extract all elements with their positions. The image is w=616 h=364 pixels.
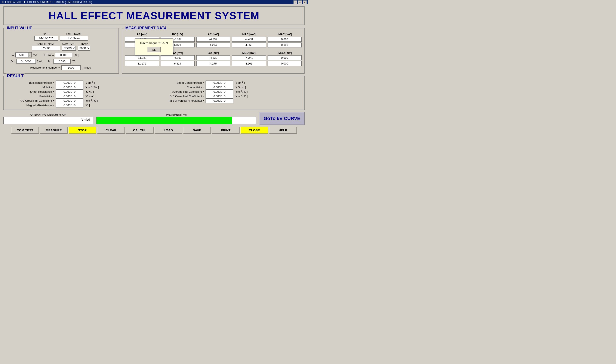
temp-select[interactable]: 300K 77K 4K — [78, 46, 90, 51]
dialog-message: Insert magnet S -> N — [139, 41, 168, 45]
meas-val-cd2: 11.179 — [125, 61, 159, 66]
progress-bar-outer — [96, 117, 256, 124]
meas-header-mac: MAC [mV] — [232, 33, 266, 36]
measurement-title: MEASUREMENT DATA — [124, 26, 167, 30]
sheet-res-unit: [ Ω / □ ] — [85, 90, 94, 93]
result-row-sheet-res: Sheet-Resistance = [ Ω / □ ] — [7, 90, 151, 94]
ac-hall-unit: [ cm 3 / C ] — [85, 99, 98, 102]
clear-button[interactable]: CLEAR — [97, 127, 125, 134]
username-field[interactable] — [60, 36, 88, 40]
result-row-mobility: Mobility = [ cm 2 / Vs ] — [7, 85, 151, 90]
goto-iv-curve-button[interactable]: GoTo I/V CURVE — [259, 112, 305, 125]
maximize-button[interactable]: □ — [298, 0, 302, 4]
meas-val-bd1: -4.330 — [196, 55, 230, 60]
meas-val-nmbd1: 0.000 — [268, 55, 301, 60]
result-right-col: Sheet Concentration = [ / cm 2 ] Conduct… — [157, 80, 301, 107]
close-button[interactable]: CLOSE — [240, 127, 268, 134]
meas-val-bd2: 4.275 — [196, 61, 230, 66]
d-unit: [um] — [37, 60, 42, 63]
delay-field[interactable] — [55, 53, 72, 57]
app-icon: 🖥 — [1, 1, 4, 4]
avg-hall-label: Average Hall Coefficient = — [157, 90, 204, 93]
resistivity-unit: [ Ω cm ] — [85, 95, 94, 98]
meas-header-nmbd: -MBD [mV] — [268, 51, 301, 54]
delay-unit: [ S ] — [74, 53, 79, 57]
magneto-value[interactable] — [56, 103, 83, 107]
current-spin[interactable]: ▲ ▼ — [15, 52, 32, 57]
current-down-btn[interactable]: ▼ — [28, 55, 31, 57]
help-button[interactable]: HELP — [269, 127, 297, 134]
date-label: DATE — [43, 33, 49, 36]
com-test-button[interactable]: COM.TEST — [11, 127, 39, 134]
bd-hall-value[interactable] — [205, 94, 233, 98]
magneto-unit: [ Ω ] — [85, 104, 90, 107]
conductivity-unit: [ / Ω cm ] — [235, 86, 246, 89]
calcul-button[interactable]: CALCUL — [126, 127, 154, 134]
meas-val-da2: 6.814 — [161, 61, 195, 66]
main-title: HALL EFFECT MEASUREMENT SYSTEM — [4, 10, 304, 22]
ac-hall-label: A-C Cross Hall Coefficient = — [7, 99, 54, 102]
sheet-conc-label: Sheet Concentration = — [157, 81, 204, 84]
bulk-value[interactable] — [56, 80, 83, 85]
result-title: RESULT — [6, 74, 25, 78]
b-field[interactable] — [54, 59, 70, 64]
title-bar-text: ECOPIA HALL EFFECT MEASUREMENT SYSTEM ( … — [5, 1, 92, 4]
sample-label: SAMPLE NAME — [37, 42, 55, 46]
current-up-btn[interactable]: ▲ — [28, 52, 31, 55]
bottom-bar: OPERATING DESCRIPTION Vmbd- PROGRESS [%]… — [3, 112, 305, 125]
mnum-label: Measurement Number = — [30, 66, 60, 69]
bd-hall-unit: [ cm 3 / C ] — [235, 94, 248, 98]
mnum-field[interactable] — [61, 65, 81, 70]
measure-button[interactable]: MEASURE — [40, 127, 68, 134]
progress-bar-inner — [96, 117, 232, 124]
bd-hall-label: B-D Cross Hall Coefficient = — [157, 95, 204, 98]
sheet-res-value[interactable] — [56, 90, 83, 94]
progress-label: PROGRESS [%] — [96, 113, 256, 116]
title-bar: 🖥 ECOPIA HALL EFFECT MEASUREMENT SYSTEM … — [0, 0, 308, 4]
meas-header-bc: BC [mV] — [161, 33, 195, 36]
save-button[interactable]: SAVE — [183, 127, 211, 134]
conductivity-label: Conductivity = — [157, 86, 204, 89]
result-row-ratio: Ratio of Vertical / Horizontal = — [157, 98, 301, 103]
ratio-label: Ratio of Vertical / Horizontal = — [157, 99, 204, 102]
result-grid: Bulk concentration = [ / cm 3 ] Mobility… — [7, 80, 301, 107]
avg-hall-value[interactable] — [205, 90, 233, 94]
ac-hall-value[interactable] — [56, 98, 83, 103]
resistivity-value[interactable] — [56, 94, 83, 98]
mnum-unit: [ Times ] — [82, 66, 92, 69]
dialog-ok-button[interactable]: OK — [147, 47, 161, 52]
current-unit: mA — [33, 53, 37, 57]
sheet-conc-value[interactable] — [205, 80, 233, 85]
minimize-button[interactable]: ─ — [293, 0, 297, 4]
ratio-value[interactable] — [205, 98, 233, 103]
date-field[interactable] — [34, 36, 58, 40]
result-row-resistivity: Resistivity = [ Ω cm ] — [7, 94, 151, 98]
stop-button[interactable]: STOP — [68, 127, 96, 134]
sheet-conc-unit: [ / cm 2 ] — [235, 81, 245, 84]
load-button[interactable]: LOAD — [154, 127, 182, 134]
meas-val-ac1: -4.332 — [196, 37, 230, 42]
meas-val-cd1: -11.157 — [125, 55, 159, 60]
avg-hall-unit: [ cm 3 / C ] — [235, 90, 248, 93]
sample-field[interactable] — [32, 46, 60, 51]
input-value-title: INPUT VALUE — [6, 26, 33, 30]
result-row-sheet-conc: Sheet Concentration = [ / cm 2 ] — [157, 80, 301, 85]
result-row-magneto: Magneto-Resistance = [ Ω ] — [7, 103, 151, 107]
meas-val-mbd1: -4.241 — [232, 55, 266, 60]
op-desc-label: OPERATING DESCRIPTION — [3, 113, 93, 116]
mobility-value[interactable] — [56, 85, 83, 90]
meas-val-nmbd2: 0.000 — [268, 61, 301, 66]
result-row-bd-hall: B-D Cross Hall Coefficient = [ cm 3 / C … — [157, 94, 301, 98]
result-panel: RESULT Bulk concentration = [ / cm 3 ] M… — [3, 76, 305, 110]
conductivity-value[interactable] — [205, 85, 233, 90]
comport-select[interactable]: COM3 COM1 COM2 — [62, 46, 76, 51]
meas-val-nmac2: 0.000 — [268, 42, 301, 47]
result-row-bulk: Bulk concentration = [ / cm 3 ] — [7, 80, 151, 85]
input-value-panel: INPUT VALUE DATE USER NAME SAMPLE NAME C… — [3, 28, 119, 74]
result-row-conductivity: Conductivity = [ / Ω cm ] — [157, 85, 301, 90]
d-field[interactable] — [16, 59, 36, 64]
current-field[interactable] — [15, 53, 28, 57]
main-title-box: HALL EFFECT MEASUREMENT SYSTEM — [3, 6, 305, 25]
close-window-button[interactable]: ✕ — [303, 0, 307, 4]
print-button[interactable]: PRINT — [212, 127, 240, 134]
